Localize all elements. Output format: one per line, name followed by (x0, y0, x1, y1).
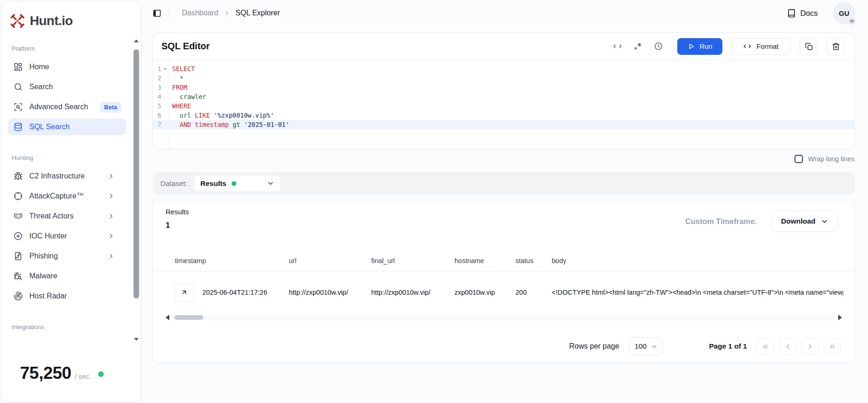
wrap-checkbox[interactable] (795, 155, 803, 163)
first-page-button[interactable] (757, 338, 774, 355)
arrow-up-right-icon (180, 289, 188, 296)
chevrons-left-icon (761, 343, 769, 350)
prev-page-button[interactable] (779, 338, 796, 355)
breadcrumb-dashboard[interactable]: Dashboard (182, 9, 218, 17)
logo[interactable]: Hunt.io (10, 13, 73, 29)
format-label: Format (756, 42, 779, 50)
download-button[interactable]: Download (771, 211, 838, 232)
crosshair-icon (13, 192, 23, 201)
history-clock-icon[interactable] (654, 42, 663, 51)
beta-badge: Beta (100, 102, 121, 112)
divider (169, 10, 169, 17)
phishing-icon (13, 251, 23, 261)
code-line-2[interactable]: 2 * (153, 73, 855, 83)
scrollbar-track[interactable] (173, 315, 835, 320)
logo-text: Hunt.io (30, 13, 73, 28)
docs-button[interactable]: Docs (787, 9, 818, 18)
sidebar-scrollbar[interactable] (133, 38, 140, 343)
code-line-6[interactable]: 6 url LIKE '%zxp0010w.vip%' (153, 111, 855, 120)
section-label-platform: Platform (8, 45, 126, 53)
play-icon (688, 43, 695, 50)
sidebar-nav: PlatformHomeSearchAdvanced SearchBetaSQL… (8, 39, 126, 341)
scan-search-icon (13, 102, 23, 112)
page-size-value: 100 (634, 342, 647, 350)
regex-icon[interactable] (634, 42, 642, 51)
chevron-down-icon (821, 218, 828, 225)
sidebar-item-label: SQL Search (29, 123, 70, 131)
section-label-integrations: Integrations (8, 324, 126, 331)
next-page-button[interactable] (801, 338, 818, 355)
cell-status: 200 (515, 289, 552, 296)
sidebar-item-label: Threat Actors (29, 212, 73, 220)
scroll-right-icon[interactable] (838, 315, 842, 320)
code-line-5[interactable]: 5WHERE (153, 101, 855, 111)
section-label-hunting: Hunting (8, 154, 126, 162)
run-button[interactable]: Run (677, 38, 722, 55)
sidebar-item-host-radar[interactable]: Host Radar (8, 288, 126, 304)
sidebar-item-advanced-search[interactable]: Advanced SearchBeta (8, 99, 126, 115)
avatar-chevron-icon[interactable] (848, 17, 856, 26)
topbar: Dashboard SQL Explorer Docs GU (153, 0, 855, 26)
format-code-icon (743, 42, 751, 50)
sidebar-item-label: AttackCaptureTM (29, 192, 84, 200)
table-row: 2025-06-04T21:17:26 http://zxp0010w.vip/… (153, 271, 855, 313)
code-line-4[interactable]: 4 crawler (153, 92, 855, 101)
bug-icon (13, 172, 23, 181)
rate-unit: / sec. (74, 372, 91, 380)
column-header-body: body (552, 257, 843, 264)
dataset-select[interactable]: Results (194, 175, 281, 192)
delete-button[interactable] (827, 38, 845, 55)
search-icon (13, 82, 23, 92)
scrollbar-thumb[interactable] (134, 49, 139, 298)
sidebar-item-c2-infrastructure[interactable]: C2 Infrastructure (8, 168, 126, 185)
last-page-button[interactable] (824, 338, 841, 355)
cell-timestamp: 2025-06-04T21:17:26 (202, 289, 289, 296)
line-number: 3 (153, 83, 161, 92)
sidebar-item-home[interactable]: Home (8, 59, 126, 75)
results-title: Results (166, 208, 189, 216)
chevron-right-icon (107, 192, 115, 200)
sidebar-item-label: Phishing (29, 252, 58, 260)
custom-timeframe-label[interactable]: Custom Timeframe. (685, 217, 757, 226)
docs-label: Docs (800, 9, 818, 18)
table-header-row: timestampurlfinal_urlhostnamestatusbody (153, 250, 855, 271)
dataset-value: Results (200, 179, 227, 188)
fold-chevron-icon[interactable] (161, 64, 169, 73)
scroll-left-icon[interactable] (166, 315, 169, 320)
sidebar-item-phishing[interactable]: Phishing (8, 248, 126, 264)
chevrons-right-icon (828, 343, 836, 350)
scrollbar-thumb[interactable] (174, 315, 203, 320)
cell-hostname: zxp0010w.vip (454, 289, 515, 296)
run-label: Run (700, 42, 713, 50)
sidebar-item-label: Home (29, 63, 49, 71)
user-menu[interactable]: GU (833, 2, 855, 24)
sql-code-editor[interactable]: 1SELECT2 *3FROM4 crawler5WHERE6 url LIKE… (153, 59, 855, 149)
sidebar-item-ioc-hunter[interactable]: IOC Hunter (8, 228, 126, 244)
expand-row-button[interactable] (175, 283, 194, 302)
sidebar-item-sql-search[interactable]: SQL Search (8, 119, 126, 135)
sidebar-item-label: Malware (29, 272, 57, 280)
trash-icon (832, 42, 840, 51)
rate-value: 75,250 (20, 363, 71, 383)
mask-icon (13, 211, 23, 221)
page-size-select[interactable]: 100 (629, 337, 663, 355)
pagination: Rows per page 100 Page 1 of 1 (153, 337, 841, 355)
code-line-3[interactable]: 3FROM (153, 83, 855, 92)
code-line-7[interactable]: 7 AND timestamp gt '2025-01-01' (153, 120, 855, 129)
scroll-down-icon[interactable] (134, 338, 139, 341)
sidebar-item-search[interactable]: Search (8, 79, 126, 95)
scroll-up-icon[interactable] (134, 40, 139, 42)
copy-button[interactable] (800, 38, 818, 55)
chevron-left-icon (784, 343, 792, 350)
sidebar-item-label: Search (29, 83, 53, 91)
code-line-1[interactable]: 1SELECT (153, 64, 855, 73)
sidebar-item-attackcapture[interactable]: AttackCaptureTM (8, 188, 126, 205)
sidebar-item-threat-actors[interactable]: Threat Actors (8, 208, 126, 225)
chevron-right-icon (107, 232, 115, 240)
rows-per-page-label: Rows per page (569, 342, 620, 350)
sidebar-toggle-icon[interactable] (153, 9, 161, 18)
code-icon[interactable] (613, 42, 622, 51)
format-button[interactable]: Format (731, 38, 791, 55)
sidebar-item-malware[interactable]: Malware (8, 268, 126, 284)
chevron-down-icon (651, 343, 658, 350)
